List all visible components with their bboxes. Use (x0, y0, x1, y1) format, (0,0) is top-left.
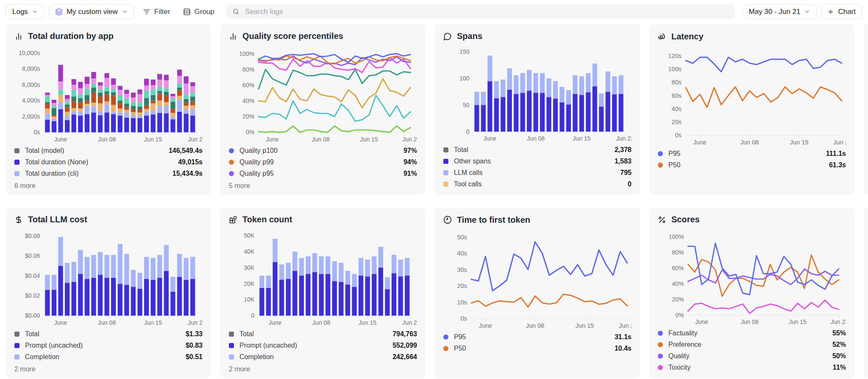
svg-text:June: June (484, 135, 497, 142)
legend-row[interactable]: Total (model)146,549.4s (14, 145, 203, 156)
svg-text:100s: 100s (668, 66, 682, 72)
legend-label: Total (model) (25, 147, 169, 155)
chart-canvas[interactable]: 0%20%40%60%80%100%JuneJun 08Jun 15Jun 22 (658, 227, 846, 327)
legend-row[interactable]: Preference52% (658, 339, 846, 350)
logs-dropdown-button[interactable]: Logs (6, 4, 45, 19)
svg-text:40%: 40% (672, 280, 684, 287)
svg-text:10s: 10s (457, 299, 467, 306)
plus-icon (827, 8, 834, 15)
chart-canvas[interactable]: 050100150JuneJun 08Jun 15Jun 22 (443, 44, 632, 144)
group-rows-icon (183, 8, 191, 16)
legend-value: $0.83 (186, 342, 203, 349)
legend-row[interactable]: Quality p10097% (229, 145, 417, 156)
svg-text:Jun 22: Jun 22 (402, 319, 417, 326)
legend-row[interactable]: P5010.4s (443, 343, 632, 354)
svg-text:June: June (479, 322, 492, 329)
legend-row[interactable]: Quality50% (658, 350, 846, 362)
svg-text:Jun 15: Jun 15 (576, 322, 594, 329)
chart-card: Time to first token 0s10s20s30s40s50sJun… (435, 207, 640, 378)
legend-row[interactable]: LLM calls795 (443, 167, 632, 178)
svg-text:June: June (54, 319, 67, 326)
svg-text:$0.06: $0.06 (25, 253, 40, 260)
chart-canvas[interactable]: 0s2,000s4,000s6,000s8,000s10,000sJuneJun… (14, 44, 203, 145)
search-box[interactable] (226, 4, 735, 19)
legend-label: Prompt (uncached) (239, 342, 392, 349)
svg-text:Jun 15: Jun 15 (359, 319, 377, 326)
chart-canvas[interactable]: $0.00$0.02$0.04$0.06$0.08JuneJun 08Jun 1… (14, 227, 203, 328)
legend-more[interactable]: 2 more (229, 365, 417, 373)
chart-canvas[interactable]: 010K20K30K40K50KJuneJun 08Jun 15Jun 22 (229, 227, 417, 328)
add-chart-button[interactable]: Chart (821, 4, 862, 19)
card-title: Token count (242, 215, 292, 224)
legend-row[interactable]: Total$1.33 (14, 328, 203, 340)
svg-text:80%: 80% (672, 249, 684, 256)
legend-swatch (658, 151, 663, 156)
svg-text:100: 100 (459, 75, 470, 82)
card-header: Time to first token (443, 214, 632, 225)
legend-row[interactable]: P95111.1s (658, 148, 846, 159)
legend-swatch (229, 148, 234, 153)
card-header: Total LLM cost (14, 214, 203, 225)
svg-text:June: June (693, 139, 707, 146)
toolbar: Logs My custom view Filter Group May 30 … (0, 0, 868, 22)
svg-text:Jun 22: Jun 22 (833, 139, 846, 146)
legend-more[interactable]: 5 more (229, 182, 417, 190)
legend-value: 49,015s (178, 158, 203, 166)
search-input[interactable] (244, 7, 729, 17)
legend-row[interactable]: Prompt (uncached)552,099 (229, 340, 417, 351)
view-selector-button[interactable]: My custom view (49, 4, 134, 19)
legend-row[interactable]: Quality p9591% (229, 168, 417, 179)
svg-text:4,000s: 4,000s (22, 97, 40, 104)
blocks-icon (229, 216, 237, 224)
svg-text:$0.00: $0.00 (25, 313, 40, 319)
legend-value: 31.1s (615, 333, 632, 341)
legend-row[interactable]: Factuality55% (658, 327, 846, 339)
svg-text:20K: 20K (244, 280, 255, 287)
svg-text:0: 0 (466, 128, 470, 135)
legend-row[interactable]: P5061.3s (658, 159, 846, 171)
legend-row[interactable]: Total duration (None)49,015s (14, 156, 203, 168)
legend-row[interactable]: Total794,763 (229, 328, 417, 340)
chart-canvas[interactable]: 0s20s40s60s80s100s120sJuneJun 08Jun 15Ju… (658, 44, 846, 148)
card-title: Quality score percentiles (242, 31, 343, 41)
svg-text:Jun 08: Jun 08 (527, 135, 545, 142)
legend-row[interactable]: Total2,378 (443, 144, 632, 155)
legend-row[interactable]: P9531.1s (443, 331, 632, 343)
card-header: Quality score percentiles (229, 31, 417, 41)
svg-text:0%: 0% (246, 129, 255, 136)
legend-value: 0 (628, 180, 632, 188)
legend-value: 552,099 (392, 342, 417, 349)
legend-row[interactable]: Quality p9994% (229, 156, 417, 168)
svg-text:20%: 20% (242, 113, 255, 120)
legend-value: $0.51 (186, 353, 203, 361)
filter-button[interactable]: Filter (139, 4, 175, 19)
chart-canvas[interactable]: 0s10s20s30s40s50sJuneJun 08Jun 15Jun 22 (443, 228, 632, 331)
legend-row[interactable]: Prompt (uncached)$0.83 (14, 340, 203, 351)
legend-row[interactable]: Other spans1,583 (443, 155, 632, 167)
legend-swatch (658, 331, 663, 336)
svg-text:8,000s: 8,000s (22, 66, 40, 72)
svg-text:40s: 40s (672, 105, 682, 112)
add-chart-label: Chart (838, 8, 856, 16)
legend-row[interactable]: Completion$0.51 (14, 351, 203, 362)
svg-text:40%: 40% (242, 97, 255, 104)
svg-text:0: 0 (251, 313, 254, 319)
card-partial (864, 24, 868, 195)
svg-text:Jun 22: Jun 22 (831, 318, 846, 325)
legend-more[interactable]: 6 more (14, 182, 203, 190)
legend-swatch (229, 171, 234, 176)
legend-row[interactable]: Total duration (cli)15,434.9s (14, 168, 203, 179)
legend-more[interactable]: 2 more (14, 365, 203, 373)
group-button[interactable]: Group (179, 4, 219, 19)
legend-row[interactable]: Toxicity11% (658, 362, 846, 373)
svg-text:20s: 20s (457, 282, 467, 289)
card-title: Time to first token (457, 215, 530, 225)
legend-row[interactable]: Tool calls0 (443, 178, 632, 190)
svg-text:Jun 15: Jun 15 (144, 136, 162, 143)
svg-text:0%: 0% (675, 312, 684, 318)
legend-value: 794,763 (392, 330, 417, 338)
legend-row[interactable]: Completion242,664 (229, 351, 417, 362)
card-header: Scores (658, 214, 846, 225)
date-range-button[interactable]: May 30 - Jun 21 (743, 4, 817, 19)
chart-canvas[interactable]: 0%20%40%60%80%100%JuneJun 08Jun 15Jun 22 (229, 44, 417, 145)
